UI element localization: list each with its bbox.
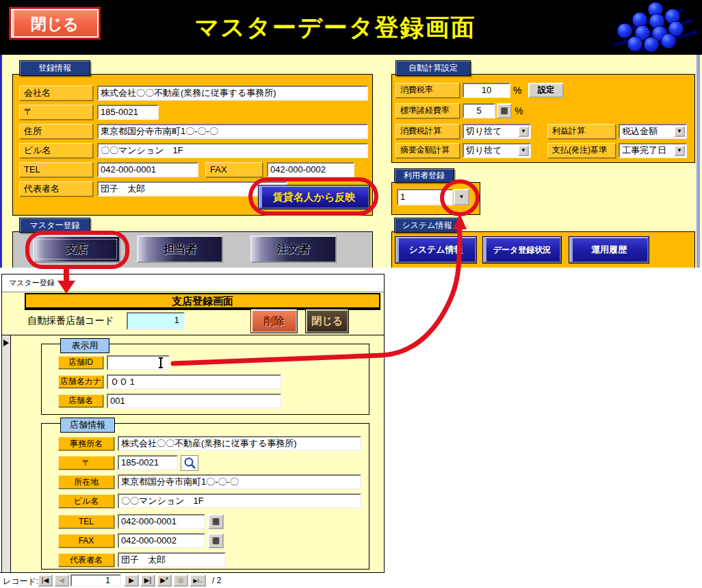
- search-icon: [181, 456, 198, 470]
- tax-rate-label: 消費税率: [395, 83, 460, 98]
- shop-representative-field[interactable]: 団子 太郎: [118, 552, 226, 567]
- display-section-tab: 表示用: [60, 338, 109, 353]
- shop-postal-label: 〒: [58, 456, 114, 470]
- window-right-edge: [697, 55, 700, 268]
- company-name-label: 会社名: [19, 86, 93, 101]
- shop-building-field[interactable]: 〇〇マンション 1F: [118, 494, 361, 509]
- tax-rate-set-button[interactable]: 設定: [528, 83, 564, 98]
- address-field[interactable]: 東京都国分寺市南町1〇-〇-〇: [97, 124, 368, 139]
- next-record-button[interactable]: ▶: [124, 574, 139, 587]
- postal-code-field[interactable]: 185-0021: [97, 105, 159, 120]
- record-total-label: / 2: [212, 576, 221, 585]
- office-name-label: 事務所名: [58, 437, 114, 450]
- building-name-label: ビル名: [19, 143, 93, 158]
- expense-rate-calculator-icon[interactable]: ▦: [497, 103, 512, 118]
- user-registration-tab: 利用者登録: [394, 168, 454, 183]
- fax-label: FAX: [205, 162, 263, 177]
- shop-tel-field[interactable]: 042-000-0001: [118, 514, 205, 529]
- previous-record-button[interactable]: ◀: [54, 574, 69, 587]
- company-logo: [612, 1, 699, 52]
- detail-divider: [2, 335, 384, 335]
- auto-calc-tab: 自動計算設定: [395, 60, 471, 76]
- main-close-button[interactable]: 閉じる: [11, 9, 99, 38]
- new-record-button[interactable]: ▶*: [157, 574, 172, 587]
- expense-rate-label: 標準諸経費率: [395, 103, 460, 118]
- master-registration-tab: マスター登録: [19, 218, 90, 233]
- record-nav-label: レコード:: [3, 576, 38, 587]
- shop-building-label: ビル名: [58, 494, 114, 508]
- record-selector-strip[interactable]: [2, 335, 11, 572]
- user-combo-field[interactable]: 1: [397, 189, 453, 205]
- blue-balls-logo-graphic: [612, 1, 699, 52]
- branch-screen-heading: 支店登録画面: [25, 293, 380, 310]
- tel-field[interactable]: 042-000-0001: [97, 162, 198, 177]
- reflect-from-chintai-meijin-button[interactable]: 賃貸名人から反映: [259, 186, 369, 209]
- postal-code-label: 〒: [19, 105, 93, 120]
- expense-rate-field[interactable]: 5: [463, 103, 495, 118]
- shop-tel-label: TEL: [58, 515, 114, 528]
- payment-basis-dropdown-icon[interactable]: ▼: [674, 145, 685, 156]
- tax-rate-field[interactable]: 10: [463, 83, 510, 98]
- auto-number-label: 自動採番店舗コード: [27, 315, 130, 327]
- fax-field[interactable]: 042-000-0002: [267, 162, 354, 177]
- shop-kana-label: 店舗名カナ: [58, 375, 103, 388]
- first-record-button[interactable]: |◀: [38, 574, 53, 587]
- text-cursor: [160, 357, 161, 368]
- representative-label: 代表者名: [19, 181, 93, 196]
- shop-representative-label: 代表者名: [58, 553, 114, 567]
- subwindow-titlebar[interactable]: マスター登録: [2, 274, 384, 292]
- operation-history-button[interactable]: 運用履歴: [569, 237, 649, 263]
- system-info-tab: システム情報: [394, 218, 460, 233]
- orderer-button[interactable]: 注文者: [250, 235, 337, 263]
- expense-rate-unit: %: [515, 105, 527, 118]
- building-name-field[interactable]: 〇〇マンション 1F: [97, 143, 368, 158]
- window-left-edge: [0, 55, 2, 268]
- shop-name-label: 店舗名: [58, 394, 103, 407]
- postal-search-button[interactable]: [181, 455, 198, 471]
- subwindow-close-button[interactable]: 閉じる: [306, 309, 348, 333]
- shop-kana-field[interactable]: ＯＯ１: [107, 374, 281, 389]
- user-combo-dropdown-icon[interactable]: ▼: [454, 189, 469, 205]
- tel-label: TEL: [19, 162, 93, 177]
- office-name-field[interactable]: 株式会社〇〇不動産(業務に従事する事務所): [118, 436, 361, 451]
- page-title: マスターデータ登録画面: [151, 12, 520, 43]
- shop-fax-label: FAX: [58, 534, 114, 548]
- registration-info-tab: 登録情報: [19, 60, 90, 76]
- summary-rounding-dropdown-icon[interactable]: ▼: [518, 145, 529, 156]
- last-record-button[interactable]: ▶|: [140, 574, 155, 587]
- shop-fax-field[interactable]: 042-000-0002: [118, 533, 205, 548]
- record-selector-arrow-icon: [3, 340, 9, 346]
- record-navigator: レコード: |◀ ◀ 1 ▶ ▶| ▶* ⊗ ▶!.. / 2: [0, 572, 385, 588]
- tax-rounding-dropdown-icon[interactable]: ▼: [518, 126, 529, 137]
- fax-calculator-icon[interactable]: ▦: [208, 533, 224, 548]
- shop-name-field[interactable]: 001: [107, 394, 281, 409]
- tel-calculator-icon[interactable]: ▦: [208, 514, 224, 529]
- delete-button[interactable]: 削除: [251, 309, 297, 333]
- delete-record-button[interactable]: ⊗: [173, 574, 188, 587]
- address-label: 住所: [19, 124, 93, 139]
- goto-record-button[interactable]: ▶!..: [190, 574, 206, 587]
- tax-rate-unit: %: [513, 85, 525, 97]
- shop-id-label: 店舗ID: [58, 356, 103, 369]
- shop-info-section-tab: 店舗情報: [60, 418, 115, 433]
- auto-number-field[interactable]: 1: [127, 312, 185, 330]
- profit-calc-label: 利益計算: [547, 124, 616, 139]
- company-name-field[interactable]: 株式会社〇〇不動産(業務に従事する事務所): [97, 86, 368, 101]
- record-number-field[interactable]: 1: [70, 574, 121, 587]
- master-data-registration-screen: 閉じる マスターデータ登録画面 登録情報 会: [0, 0, 702, 588]
- profit-calc-dropdown-icon[interactable]: ▼: [674, 126, 685, 137]
- summary-rounding-label: 摘要金額計算: [395, 143, 460, 158]
- location-field[interactable]: 東京都国分寺市南町1〇-〇-〇: [118, 474, 361, 489]
- tax-rounding-label: 消費税計算: [395, 124, 460, 139]
- staff-button[interactable]: 担当者: [137, 235, 223, 263]
- shop-postal-field[interactable]: 185-0021: [118, 455, 178, 470]
- branch-button[interactable]: 支店: [33, 235, 120, 263]
- data-status-button[interactable]: データ登録状況: [483, 237, 561, 263]
- location-label: 所在地: [58, 475, 114, 489]
- payment-basis-label: 支払(発注)基準: [547, 143, 616, 158]
- system-info-button[interactable]: システム情報: [395, 237, 476, 263]
